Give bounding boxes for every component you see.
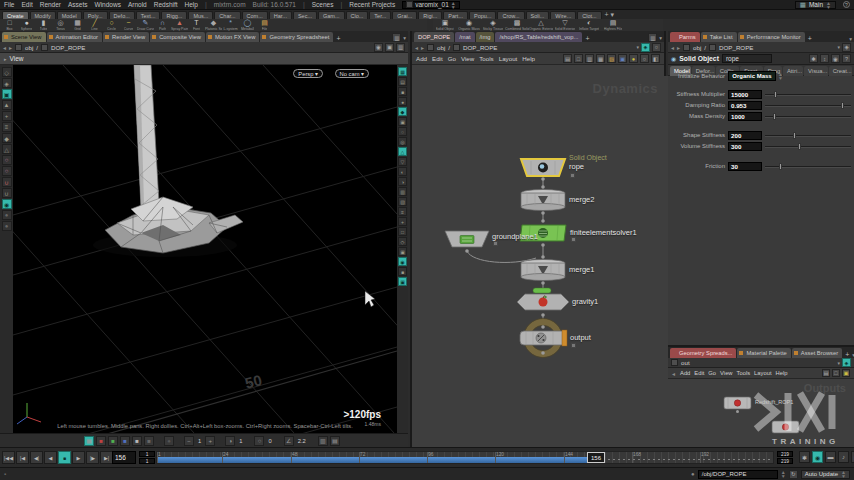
param-slider[interactable] (765, 162, 851, 171)
shelf-tab[interactable]: Model (57, 11, 82, 19)
network-menu-item[interactable]: Add (416, 55, 427, 62)
slider-handle[interactable] (779, 163, 782, 170)
network-menu-item[interactable]: Go (708, 370, 716, 376)
background-icon[interactable]: ○ (254, 436, 264, 446)
expand-icon[interactable]: ↕ (820, 54, 829, 63)
menu-item[interactable]: Assets (68, 1, 88, 8)
display-option-icon[interactable]: ● (398, 97, 407, 106)
node-label-output[interactable]: output (570, 333, 591, 342)
shelf-tab[interactable]: Sec... (293, 11, 317, 19)
network-menu-item[interactable]: View (720, 370, 732, 376)
node-label-merge2[interactable]: merge2 (569, 195, 594, 204)
param-slider[interactable] (765, 101, 851, 110)
node-label-merge1[interactable]: merge1 (569, 265, 594, 274)
display-option-icon[interactable]: ▥ (398, 187, 407, 196)
display-option-icon[interactable]: ◆ (398, 107, 407, 116)
shelf-tab[interactable]: Com... (242, 11, 268, 19)
pane-tab-add-icon[interactable]: + (334, 35, 342, 42)
pane-menu-icon[interactable]: ▾ (849, 36, 852, 42)
forward-icon[interactable]: ▸ (9, 44, 12, 51)
shelf-tab[interactable]: Text... (136, 11, 161, 19)
viewport-tool-icon[interactable]: ◆ (2, 133, 12, 143)
param-value-field[interactable]: 1000 (728, 112, 762, 121)
camera-select-button[interactable]: No cam ▾ (335, 69, 370, 78)
pane-tab[interactable]: Motion FX View (206, 32, 260, 42)
grid-view-icon[interactable]: □ (832, 369, 840, 377)
display-option-icon[interactable]: ■ (398, 267, 407, 276)
transport-button[interactable]: |◀◀ (2, 451, 15, 464)
menu-item[interactable]: Edit (21, 1, 32, 8)
network-tab[interactable]: /shop/RS_Table/redshift_vop... (495, 32, 582, 42)
pane-tab[interactable]: Composite View (150, 32, 205, 42)
menu-item[interactable]: Render (40, 1, 61, 8)
project-selector[interactable]: varomix_01 ▲▼ (402, 1, 460, 9)
path-node[interactable]: out (681, 359, 690, 366)
key-icon[interactable]: ✱ (799, 451, 810, 463)
transport-button[interactable]: |▶ (86, 451, 99, 464)
shelf-tab[interactable]: Rigi... (418, 11, 442, 19)
viewport-canvas[interactable]: Persp ▾ No cam ▾ >120fps 1.48ms 50 Left … (13, 65, 397, 433)
out-network-canvas[interactable]: Outputs Redshift_ROP1 TRAINING (668, 381, 854, 449)
viewport-tool-icon[interactable]: ● (2, 210, 12, 220)
network-menu-item[interactable]: Edit (432, 55, 443, 62)
green-channel-icon[interactable]: ■ (108, 436, 118, 446)
shelf-tab[interactable]: Rigg... (161, 11, 187, 19)
menu-item[interactable]: Windows (95, 1, 121, 8)
camera-icon[interactable]: ▣ (385, 43, 394, 52)
help-icon[interactable]: ? (843, 1, 850, 8)
param-slider[interactable] (765, 112, 851, 121)
network-menu-item[interactable]: View (461, 55, 474, 62)
display-option-icon[interactable]: ▣ (398, 117, 407, 126)
pane-tab[interactable]: Scene View (2, 32, 46, 42)
pane-tab[interactable]: Performance Monitor (738, 32, 805, 42)
node-label-gravity1[interactable]: gravity1 (572, 297, 598, 306)
display-option-icon[interactable]: ▤ (398, 77, 407, 86)
shelf-add-icon[interactable]: + ▾ (605, 11, 615, 19)
display-option-icon[interactable]: ▧ (398, 197, 407, 206)
link-icon[interactable]: ○ (652, 43, 661, 52)
param-slider[interactable] (765, 131, 851, 140)
timeline[interactable]: 124487296120144168192 156 (156, 451, 774, 464)
spinner-icon[interactable]: ▲▼ (451, 1, 456, 9)
network-menu-item[interactable]: Tools (479, 55, 493, 62)
transport-button[interactable]: ◀| (30, 451, 43, 464)
viewport-tool-icon[interactable]: ◉ (2, 199, 12, 209)
network-menu-item[interactable]: Go (448, 55, 456, 62)
param-value-field[interactable]: 200 (728, 131, 762, 140)
forward-icon[interactable]: ▸ (421, 44, 424, 51)
persp-view-button[interactable]: Persp ▾ (293, 69, 323, 78)
pane-tab[interactable]: Take List (701, 32, 737, 42)
display-option-icon[interactable]: ▣ (398, 247, 407, 256)
node-label-finiteelementsolver1[interactable]: finiteelementsolver1 (570, 228, 637, 237)
pane-tab-add-icon[interactable]: + (583, 35, 591, 42)
pane-tab[interactable]: Animation Editor (47, 32, 103, 42)
network-menu-item[interactable]: Add (680, 370, 690, 376)
node-label-rope[interactable]: rope (569, 162, 584, 171)
color-icon[interactable]: ▣ (842, 369, 850, 377)
display-option-icon[interactable]: ◎ (398, 137, 407, 146)
network-menu-item[interactable]: Help (522, 55, 535, 62)
shelf-tab[interactable]: Mus... (188, 11, 213, 19)
display-option-icon[interactable]: ◉ (398, 257, 407, 266)
transport-button[interactable]: ◀ (44, 451, 57, 464)
viewport-tool-icon[interactable]: ○ (2, 166, 12, 176)
red-channel-icon[interactable]: ■ (96, 436, 106, 446)
back-icon[interactable]: ◂ (671, 44, 674, 51)
pane-tab[interactable]: Geometry Spreads... (670, 348, 736, 358)
node-badge-icon[interactable] (493, 241, 498, 246)
shelf-tab[interactable]: Har... (269, 11, 292, 19)
network-tab[interactable]: DOP_ROPE (414, 32, 454, 42)
node-badge-icon[interactable] (571, 237, 576, 242)
transport-button[interactable]: |◀ (16, 451, 29, 464)
display-option-icon[interactable]: ○ (398, 127, 407, 136)
display-option-icon[interactable]: ▣ (398, 277, 407, 286)
current-frame-field[interactable]: 156 (112, 451, 136, 464)
current-path-field[interactable]: /obj/DOP_ROPE (698, 470, 778, 479)
network-menu-item[interactable]: Edit (694, 370, 704, 376)
display-option-icon[interactable]: △ (398, 147, 407, 156)
viewport-tool-icon[interactable]: ○ (2, 155, 12, 165)
pane-split-icon[interactable]: ▥ (648, 33, 657, 42)
path-root[interactable]: obj (693, 44, 701, 51)
viewport-tool-icon[interactable]: ≡ (2, 122, 12, 132)
display-option-icon[interactable]: ◐ (398, 167, 407, 176)
